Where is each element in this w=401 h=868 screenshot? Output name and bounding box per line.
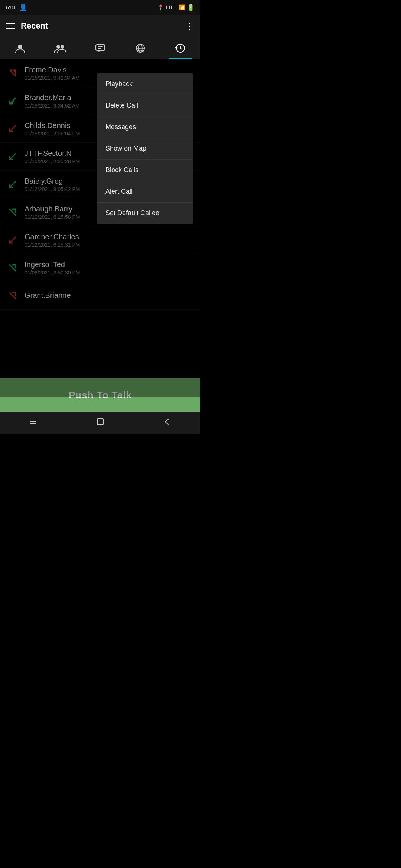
tab-bar	[0, 37, 200, 59]
page-title: Recent	[21, 21, 48, 31]
bottom-nav	[0, 412, 200, 434]
svg-rect-24	[97, 419, 103, 425]
time-display: 6:01	[6, 4, 16, 10]
home-icon	[96, 418, 104, 428]
header: Recent ⋮	[0, 15, 200, 37]
lte-indicator: LTE+	[166, 5, 176, 10]
tab-contacts[interactable]	[0, 40, 40, 59]
hamburger-menu[interactable]	[6, 23, 15, 29]
recent-apps-icon	[29, 418, 38, 428]
history-icon	[175, 43, 186, 56]
menu-item-block-calls[interactable]: Block Calls	[97, 160, 193, 181]
header-left: Recent	[6, 21, 48, 31]
svg-rect-3	[96, 45, 105, 50]
status-right: 📍 LTE+ 📶 🔋	[157, 4, 195, 11]
menu-item-messages[interactable]: Messages	[97, 116, 193, 138]
menu-item-set-default-callee[interactable]: Set Default Callee	[97, 203, 193, 224]
signal-icon: 📶	[179, 4, 185, 10]
tab-group[interactable]	[40, 40, 80, 59]
user-icon: 👤	[19, 3, 27, 11]
more-options-button[interactable]: ⋮	[185, 21, 195, 31]
group-icon	[54, 43, 66, 56]
status-left: 6:01 👤	[6, 3, 27, 11]
menu-item-playback[interactable]: Playback	[97, 73, 193, 95]
svg-point-0	[18, 45, 22, 49]
location-icon: 📍	[157, 4, 164, 10]
svg-point-2	[61, 45, 64, 49]
world-icon	[135, 43, 146, 56]
battery-icon: 🔋	[187, 4, 195, 11]
nav-back[interactable]	[156, 415, 178, 430]
nav-recent-apps[interactable]	[22, 415, 45, 430]
menu-item-alert-call[interactable]: Alert Call	[97, 181, 193, 203]
status-bar: 6:01 👤 📍 LTE+ 📶 🔋	[0, 0, 200, 15]
messages-icon	[95, 43, 105, 56]
contacts-icon	[15, 43, 25, 56]
menu-item-delete-call[interactable]: Delete Call	[97, 95, 193, 116]
back-icon	[163, 418, 171, 428]
menu-item-show-on-map[interactable]: Show on Map	[97, 138, 193, 160]
tab-history[interactable]	[160, 40, 200, 59]
nav-home[interactable]	[89, 415, 111, 430]
svg-point-1	[56, 45, 60, 49]
tab-messages[interactable]	[80, 40, 120, 59]
context-menu: Playback Delete Call Messages Show on Ma…	[97, 73, 193, 224]
tab-world[interactable]	[120, 40, 160, 59]
